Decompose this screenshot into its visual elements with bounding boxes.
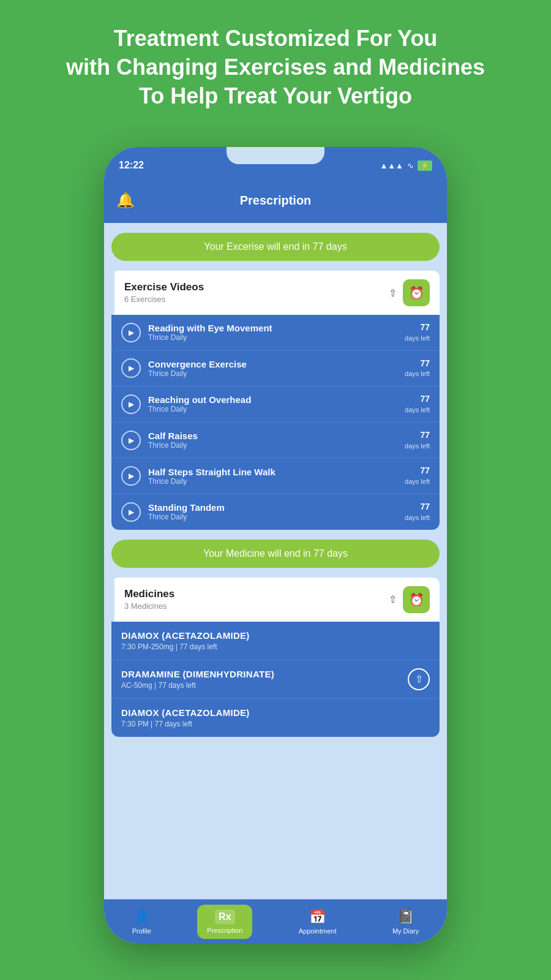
- days-left-label: days left: [405, 478, 430, 485]
- exercise-frequency: Thrice Daily: [148, 441, 405, 450]
- days-left: 77days left: [405, 430, 430, 451]
- days-left-label: days left: [405, 334, 430, 342]
- status-time: 12:22: [119, 160, 144, 171]
- exercise-name: Convergence Exercise: [148, 359, 405, 369]
- medicine-section-header[interactable]: Medicines 3 Medicines ⇧ ⏰: [111, 578, 440, 622]
- medicine-alarm-button[interactable]: ⏰: [403, 586, 430, 613]
- upload-button[interactable]: ⇧: [408, 668, 430, 690]
- app-title: Prescription: [240, 194, 312, 208]
- exercise-frequency: Thrice Daily: [148, 369, 405, 378]
- diary-label: My Diary: [392, 927, 419, 935]
- appointment-icon: 📅: [309, 909, 326, 925]
- bottom-nav: 👤 Profile Rx Prescription 📅 Appointment …: [104, 899, 447, 943]
- status-icons: ▲▲▲ ∿ ⚡: [380, 160, 432, 171]
- medicine-chevron-up-icon[interactable]: ⇧: [389, 594, 397, 605]
- chevron-up-icon[interactable]: ⇧: [389, 287, 397, 299]
- exercise-section-card: Exercise Videos 6 Exercises ⇧ ⏰ ▶ Readin…: [111, 271, 440, 530]
- medicine-alarm-icon: ⏰: [409, 592, 424, 607]
- medicine-detail: 7:30 PM | 77 days left: [121, 720, 430, 728]
- nav-item-diary[interactable]: 📓 My Diary: [383, 904, 429, 940]
- exercise-info: Calf Raises Thrice Daily: [148, 431, 405, 450]
- prescription-icon: Rx: [215, 910, 234, 924]
- nav-item-prescription[interactable]: Rx Prescription: [197, 905, 252, 939]
- exercise-item[interactable]: ▶ Calf Raises Thrice Daily 77days left: [111, 423, 440, 459]
- phone-content[interactable]: Your Excerise will end in 77 days Exerci…: [104, 223, 447, 899]
- medicine-name: DRAMAMINE (DIMENHYDRINATE): [121, 669, 430, 679]
- phone-frame: 12:22 ▲▲▲ ∿ ⚡ 🔔 Prescription Your Exceri…: [104, 147, 447, 943]
- play-icon[interactable]: ▶: [121, 323, 141, 342]
- wifi-icon: ∿: [407, 161, 414, 170]
- play-icon[interactable]: ▶: [121, 502, 141, 522]
- signal-icon: ▲▲▲: [380, 161, 403, 170]
- exercise-frequency: Thrice Daily: [148, 513, 405, 521]
- medicine-detail: AC-50mg | 77 days left: [121, 681, 430, 690]
- days-left: 77days left: [405, 358, 430, 379]
- days-left: 77days left: [405, 394, 430, 415]
- medicine-section-subtitle: 3 Medicines: [124, 601, 167, 611]
- appointment-label: Appointment: [299, 927, 337, 935]
- exercise-name: Standing Tandem: [148, 502, 405, 513]
- exercise-section-subtitle: 6 Exercises: [124, 295, 165, 304]
- medicine-item[interactable]: DIAMOX (ACETAZOLAMIDE) 7:30 PM | 77 days…: [111, 699, 440, 737]
- app-header: 🔔 Prescription: [104, 184, 447, 223]
- days-left-label: days left: [405, 406, 430, 413]
- exercise-item[interactable]: ▶ Reaching out Overhead Thrice Daily 77d…: [111, 386, 440, 423]
- exercise-item[interactable]: ▶ Convergence Exercise Thrice Daily 77da…: [111, 351, 440, 387]
- profile-icon: 👤: [133, 909, 150, 925]
- exercise-list: ▶ Reading with Eye Movement Thrice Daily…: [111, 315, 440, 530]
- play-icon[interactable]: ▶: [121, 431, 141, 450]
- medicine-list: DIAMOX (ACETAZOLAMIDE) 7:30 PM-250mg | 7…: [111, 622, 440, 737]
- medicine-section-controls: ⇧ ⏰: [389, 586, 430, 613]
- bg-title: Treatment Customized For You with Changi…: [0, 0, 551, 129]
- exercise-frequency: Thrice Daily: [148, 477, 405, 486]
- exercise-section-title-group: Exercise Videos 6 Exercises: [124, 281, 204, 304]
- days-left-label: days left: [405, 370, 430, 377]
- exercise-name: Reading with Eye Movement: [148, 323, 405, 333]
- exercise-item[interactable]: ▶ Standing Tandem Thrice Daily 77days le…: [111, 494, 440, 530]
- notch: [227, 147, 324, 164]
- exercise-info: Convergence Exercise Thrice Daily: [148, 359, 405, 378]
- exercise-name: Half Steps Straight Line Walk: [148, 467, 405, 477]
- battery-icon: ⚡: [418, 160, 432, 171]
- medicine-detail: 7:30 PM-250mg | 77 days left: [121, 643, 430, 651]
- exercise-frequency: Thrice Daily: [148, 333, 405, 342]
- exercise-info: Reaching out Overhead Thrice Daily: [148, 394, 405, 413]
- medicine-name: DIAMOX (ACETAZOLAMIDE): [121, 630, 430, 641]
- exercise-frequency: Thrice Daily: [148, 405, 405, 413]
- days-left: 77days left: [405, 322, 430, 343]
- diary-icon: 📓: [397, 909, 414, 925]
- exercise-info: Reading with Eye Movement Thrice Daily: [148, 323, 405, 342]
- medicine-name: DIAMOX (ACETAZOLAMIDE): [121, 707, 430, 718]
- nav-item-profile[interactable]: 👤 Profile: [122, 904, 161, 940]
- exercise-section-header[interactable]: Exercise Videos 6 Exercises ⇧ ⏰: [111, 271, 440, 315]
- profile-label: Profile: [132, 927, 151, 935]
- alarm-icon: ⏰: [409, 285, 424, 300]
- nav-item-appointment[interactable]: 📅 Appointment: [289, 904, 347, 940]
- days-left-label: days left: [405, 442, 430, 450]
- exercise-section-title: Exercise Videos: [124, 281, 204, 293]
- play-icon[interactable]: ▶: [121, 358, 141, 378]
- medicine-section-card: Medicines 3 Medicines ⇧ ⏰ DIAMOX (ACETAZ…: [111, 578, 440, 737]
- bell-icon[interactable]: 🔔: [116, 192, 135, 209]
- status-bar: 12:22 ▲▲▲ ∿ ⚡: [104, 147, 447, 184]
- exercise-item[interactable]: ▶ Half Steps Straight Line Walk Thrice D…: [111, 458, 440, 494]
- medicine-section-title-group: Medicines 3 Medicines: [124, 588, 174, 611]
- days-left-label: days left: [405, 514, 430, 521]
- exercise-item[interactable]: ▶ Reading with Eye Movement Thrice Daily…: [111, 315, 440, 351]
- medicine-section-title: Medicines: [124, 588, 174, 600]
- exercise-info: Standing Tandem Thrice Daily: [148, 502, 405, 521]
- medicine-item[interactable]: DRAMAMINE (DIMENHYDRINATE) AC-50mg | 77 …: [111, 660, 440, 699]
- exercise-section-controls: ⇧ ⏰: [389, 279, 430, 306]
- play-icon[interactable]: ▶: [121, 394, 141, 414]
- medicine-banner: Your Medicine will end in 77 days: [111, 540, 440, 568]
- days-left: 77days left: [405, 502, 430, 522]
- exercise-banner: Your Excerise will end in 77 days: [111, 233, 440, 261]
- exercise-alarm-button[interactable]: ⏰: [403, 279, 430, 306]
- exercise-name: Calf Raises: [148, 431, 405, 441]
- prescription-label: Prescription: [207, 927, 242, 934]
- exercise-name: Reaching out Overhead: [148, 394, 405, 405]
- medicine-item[interactable]: DIAMOX (ACETAZOLAMIDE) 7:30 PM-250mg | 7…: [111, 622, 440, 660]
- play-icon[interactable]: ▶: [121, 466, 141, 486]
- days-left: 77days left: [405, 466, 430, 486]
- exercise-info: Half Steps Straight Line Walk Thrice Dai…: [148, 467, 405, 486]
